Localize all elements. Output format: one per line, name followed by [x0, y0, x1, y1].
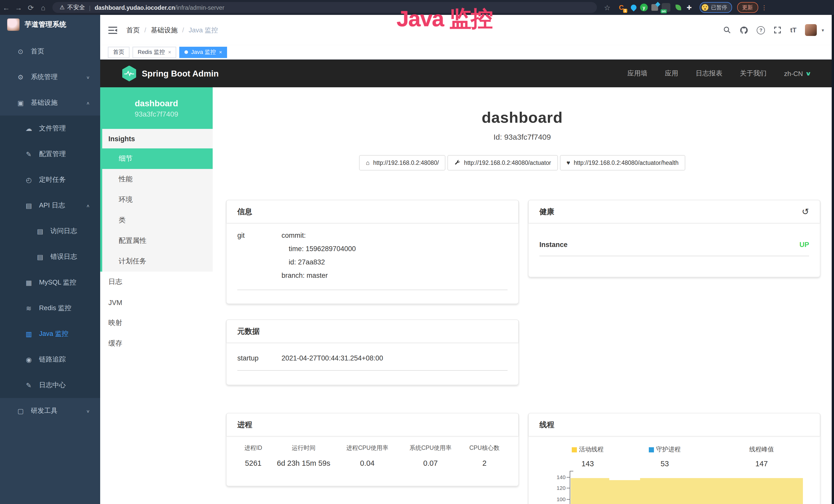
active-dot-icon [184, 50, 188, 54]
sba-brand-title[interactable]: Spring Boot Admin [142, 69, 219, 78]
sidebar-item-system[interactable]: ⚙系统管理∨ [0, 64, 100, 90]
not-secure-label: 不安全 [67, 4, 85, 11]
sidebar-item-mysql-monitor[interactable]: ▦MySQL 监控 [0, 270, 100, 295]
close-icon[interactable]: × [168, 49, 171, 55]
sidebar-item-log-center[interactable]: ✎日志中心 [0, 372, 100, 398]
breadcrumb-infra[interactable]: 基础设施 [151, 25, 177, 35]
sidebar-item-access-log[interactable]: ▤访问日志 [0, 218, 100, 244]
sba-instance-id: 93a3fc7f7409 [100, 110, 213, 118]
sba-item-caches[interactable]: 缓存 [100, 333, 213, 354]
browser-forward-icon[interactable]: → [12, 3, 25, 12]
github-icon[interactable] [740, 26, 748, 34]
sba-item-scheduled-tasks[interactable]: 计划任务 [102, 251, 213, 272]
sba-item-mappings[interactable]: 映射 [100, 313, 213, 333]
profile-paused-chip[interactable]: 已暂停 [700, 2, 732, 13]
sidebar-item-tracing[interactable]: ◉链路追踪 [0, 347, 100, 372]
sba-language-select[interactable]: zh-CN ∨ [784, 70, 811, 77]
address-bar[interactable]: ⚠ 不安全 | dashboard.yudao.iocoder.cn /infr… [52, 2, 597, 13]
sidebar-item-home[interactable]: ⊙首页 [0, 39, 100, 64]
extension-switch-icon[interactable]: on [662, 3, 671, 12]
puzzle-extensions-icon[interactable]: ✚ [685, 3, 694, 12]
help-icon[interactable]: ? [757, 26, 765, 34]
sba-nav-applications[interactable]: 应用 [665, 69, 678, 78]
sba-nav-wallboard[interactable]: 应用墙 [627, 69, 647, 78]
git-id-line: id: 27aa832 [282, 256, 356, 269]
app-sidebar: 芋道管理系统 ⊙首页 ⚙系统管理∨ ▣基础设施∧ ☁文件管理 ✎配置管理 ◴定时… [0, 15, 100, 504]
extension-grid-icon[interactable] [651, 4, 658, 11]
sidebar-item-java-monitor[interactable]: ▥Java 监控 [0, 321, 100, 347]
sidebar-item-scheduled-jobs[interactable]: ◴定时任务 [0, 167, 100, 192]
sidebar-item-api-log[interactable]: ▤API 日志∧ [0, 192, 100, 218]
sba-item-metrics[interactable]: 性能 [102, 169, 213, 189]
metadata-card-header: 元数据 [226, 320, 518, 343]
endpoint-links: ⌂ http://192.168.0.2:48080/ http://192.1… [213, 155, 832, 170]
eye-icon: ◉ [25, 356, 33, 363]
health-url-button[interactable]: ♥ http://192.168.0.2:48080/actuator/heal… [560, 155, 685, 170]
fullscreen-icon[interactable] [774, 26, 781, 34]
chevron-up-icon: ∧ [86, 203, 90, 208]
database-icon: ▦ [25, 279, 33, 286]
sidebar-item-file-manage[interactable]: ☁文件管理 [0, 116, 100, 141]
spring-boot-admin-logo [122, 66, 136, 82]
extension-pin-icon[interactable] [630, 3, 637, 11]
extension-colorzilla-icon[interactable]: C1 [617, 3, 626, 12]
process-table: 进程ID 运行时间 进程CPU使用率 系统CPU使用率 CPU核心数 5261 … [226, 436, 518, 467]
tab-java-monitor[interactable]: Java 监控 × [179, 46, 227, 58]
browser-home-icon[interactable]: ⌂ [37, 3, 49, 12]
cloud-upload-icon: ☁ [25, 124, 33, 132]
legend-live-threads[interactable]: 活动线程 [572, 445, 603, 454]
sidebar-item-error-log[interactable]: ▤错误日志 [0, 244, 100, 270]
process-card-header: 进程 [226, 413, 518, 436]
user-avatar[interactable] [805, 24, 817, 36]
tab-redis-monitor[interactable]: Redis 监控 × [133, 46, 176, 58]
daemon-threads-value: 53 [661, 460, 669, 468]
sidebar-item-dev-tools[interactable]: ▢研发工具∨ [0, 398, 100, 423]
startup-key: startup [237, 352, 282, 365]
git-time-line: time: 1596289704000 [282, 243, 356, 256]
startup-value: 2021-04-27T00:44:31.254+08:00 [282, 352, 383, 365]
sidebar-item-config-manage[interactable]: ✎配置管理 [0, 141, 100, 167]
avatar-caret-icon[interactable]: ▾ [822, 27, 824, 32]
actuator-url-button[interactable]: http://192.168.0.2:48080/actuator [448, 155, 558, 170]
sba-nav-about[interactable]: 关于我们 [740, 69, 766, 78]
sidebar-item-infra[interactable]: ▣基础设施∧ [0, 90, 100, 116]
sba-item-config-props[interactable]: 配置属性 [102, 231, 213, 251]
sba-item-environment[interactable]: 环境 [102, 189, 213, 210]
sba-section-insights: Insights [102, 129, 213, 148]
bookmark-star-icon[interactable]: ☆ [601, 3, 613, 12]
legend-daemon-threads[interactable]: 守护进程 [649, 445, 681, 454]
gear-icon: ⚙ [17, 73, 25, 81]
sba-item-logs[interactable]: 日志 [100, 272, 213, 292]
legend-peak-threads: 线程峰值 [749, 445, 774, 454]
health-card: 健康 ↺ Instance UP [528, 200, 820, 277]
sba-instance-header[interactable]: dashboard 93a3fc7f7409 [100, 87, 213, 129]
browser-menu-icon[interactable]: ⋮ [761, 4, 767, 11]
browser-back-icon[interactable]: ← [0, 3, 12, 12]
chevron-down-icon: ∨ [805, 70, 812, 77]
sba-item-classes[interactable]: 类 [102, 210, 213, 231]
legend-yellow-swatch [572, 447, 577, 452]
extension-leaf-icon[interactable] [676, 5, 681, 10]
service-url-button[interactable]: ⌂ http://192.168.0.2:48080/ [359, 155, 445, 170]
breadcrumb-home[interactable]: 首页 [126, 25, 140, 35]
search-icon[interactable] [723, 26, 731, 34]
sidebar-toggle-icon[interactable] [108, 26, 117, 33]
chrome-update-button[interactable]: 更新 [737, 2, 758, 13]
sba-item-jvm[interactable]: JVM [100, 292, 213, 313]
tab-home[interactable]: 首页 [108, 46, 129, 58]
toolbox-icon: ▢ [17, 407, 25, 415]
close-icon[interactable]: × [219, 49, 222, 55]
sba-nav-journal[interactable]: 日志报表 [696, 69, 722, 78]
browser-reload-icon[interactable]: ⟳ [25, 3, 37, 12]
sba-sidebar: dashboard 93a3fc7f7409 Insights 细节 性能 环境… [100, 87, 213, 504]
app-logo [7, 19, 20, 31]
git-info-row: git commit: time: 1596289704000 id: 27aa… [237, 229, 507, 290]
extension-y-icon[interactable]: y [640, 4, 648, 11]
paused-label: 已暂停 [711, 4, 727, 11]
font-size-icon[interactable]: tT [790, 26, 796, 34]
history-icon[interactable]: ↺ [802, 206, 809, 217]
instance-health-row[interactable]: Instance UP [540, 233, 809, 256]
breadcrumb: 首页 / 基础设施 / Java 监控 [126, 25, 218, 35]
sidebar-item-redis-monitor[interactable]: ≋Redis 监控 [0, 295, 100, 321]
sba-item-details[interactable]: 细节 [100, 148, 213, 169]
